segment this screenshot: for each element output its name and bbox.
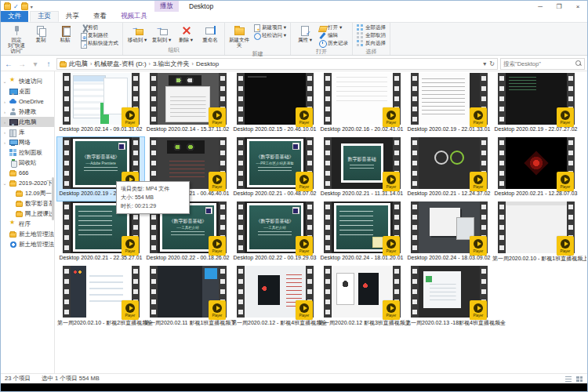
tab-1[interactable]: 主页 xyxy=(30,11,59,22)
sidebar-item-2[interactable]: ›OneDrive xyxy=(1,96,54,107)
ribbon-button-edit[interactable]: 编辑 xyxy=(318,32,350,39)
file-item-15[interactable]: PlayerDesktop 2020.02.24 - 18.01.20.01 xyxy=(318,201,405,265)
player-badge[interactable]: Player xyxy=(383,300,400,320)
sidebar-item-1[interactable]: 桌面 xyxy=(1,86,54,96)
new-folder-qat-icon[interactable] xyxy=(21,3,28,10)
refresh-icon[interactable]: ↻ xyxy=(489,60,495,67)
tab-2[interactable]: 共享 xyxy=(59,11,86,22)
maximize-button[interactable]: ❐ xyxy=(550,1,568,12)
file-item-11[interactable]: PlayerDesktop 2020.02.21 - 12.28.07.03 xyxy=(492,137,579,201)
breadcrumb-segment-0[interactable]: 此电脑 xyxy=(69,60,88,68)
player-badge[interactable]: Player xyxy=(296,172,313,191)
player-badge[interactable]: Player xyxy=(209,172,226,191)
expand-chevron-icon[interactable]: › xyxy=(2,140,7,145)
file-item-4[interactable]: PlayerDesktop 2020.02.19 - 22.01.33.01 xyxy=(405,73,492,136)
player-badge[interactable]: Player xyxy=(122,107,139,127)
sidebar-item-13[interactable]: 网上授课过程存留 xyxy=(1,209,54,219)
ribbon-button-selall[interactable]: 全部选择 xyxy=(355,24,387,31)
ribbon-button-newitem[interactable]: 新建项目 ▾ xyxy=(252,24,288,31)
ribbon-button-open[interactable]: 打开 ▾ xyxy=(318,24,350,31)
ribbon-button-props[interactable]: 属性 ▾ xyxy=(293,24,317,44)
expand-chevron-icon[interactable]: › xyxy=(2,120,7,125)
file-item-18[interactable]: Player第一周2020.02.10 - 影视2班直播视频全 xyxy=(57,266,144,329)
file-item-3[interactable]: PlayerDesktop 2020.02.16 - 20.02.41.01 xyxy=(318,73,405,136)
player-badge[interactable]: Player xyxy=(209,107,226,127)
file-item-2[interactable]: PlayerDesktop 2020.02.15 - 20.46.10.01 xyxy=(231,73,318,136)
ribbon-button-pin[interactable]: 固定到"快速访问" xyxy=(5,24,28,55)
player-badge[interactable]: Player xyxy=(557,172,574,191)
thumbnail-view-icon[interactable] xyxy=(575,376,583,383)
ribbon-button-paste[interactable]: 粘贴 xyxy=(53,24,77,44)
sidebar-item-16[interactable]: 新土地管理法 (2) xyxy=(1,239,54,249)
breadcrumb-segment-3[interactable]: Desktop xyxy=(196,60,219,67)
close-button[interactable]: × xyxy=(568,1,587,12)
player-badge[interactable]: Player xyxy=(383,172,400,191)
ribbon-button-history[interactable]: 历史记录 xyxy=(318,40,350,47)
player-badge[interactable]: Player xyxy=(383,236,400,256)
search-box[interactable] xyxy=(500,58,585,70)
tab-4[interactable]: 视频工具 xyxy=(114,11,154,22)
breadcrumb-segment-2[interactable]: 3.输出文件夹 xyxy=(153,60,190,68)
file-item-17[interactable]: Player第一周2020.02.10 - 影视1班直播视频上 xyxy=(492,201,579,265)
sidebar-item-8[interactable]: 回收站 xyxy=(1,158,54,168)
sidebar-item-4[interactable]: ›此电脑 xyxy=(1,117,54,127)
breadcrumb-segment-1[interactable]: 机械硬盘-资料 (D:) xyxy=(94,60,146,68)
file-item-19[interactable]: Player第一周2020.02.11 影视1班直播视频下 xyxy=(144,266,231,329)
ribbon-button-selnone[interactable]: 全部取消 xyxy=(355,32,387,39)
sidebar-item-6[interactable]: ›网络 xyxy=(1,137,54,147)
sidebar-item-5[interactable]: ›库 xyxy=(1,127,54,137)
player-badge[interactable]: Player xyxy=(470,236,487,256)
file-item-0[interactable]: PlayerDesktop 2020.02.14 - 09.01.31.02 xyxy=(57,73,144,136)
expand-chevron-icon[interactable]: ⌄ xyxy=(2,78,7,84)
sidebar-item-10[interactable]: ⌄2019-2020下学期随 xyxy=(1,178,54,188)
file-item-10[interactable]: PlayerDesktop 2020.02.21 - 12.24.37.02 xyxy=(405,137,492,201)
tab-0[interactable]: 文件 xyxy=(1,11,28,22)
up-button[interactable]: ↑ xyxy=(43,60,54,68)
player-badge[interactable]: Player xyxy=(557,236,574,256)
back-button[interactable]: ← xyxy=(3,60,14,68)
expand-chevron-icon[interactable]: › xyxy=(2,130,7,135)
sidebar-item-3[interactable]: ›孙建政 xyxy=(1,107,54,117)
address-field[interactable]: 此电脑›机械硬盘-资料 (D:)›3.输出文件夹›Desktop ▾ ↻ xyxy=(56,58,498,70)
ribbon-button-delete[interactable]: 删除 ▾ xyxy=(174,24,198,44)
qat-caret-icon[interactable]: ▾ xyxy=(31,4,33,9)
search-input[interactable] xyxy=(503,60,575,67)
file-item-1[interactable]: PlayerDesktop 2020.02.14 - 15.37.11.02 xyxy=(144,73,231,136)
ribbon-button-selinv[interactable]: 反向选择 xyxy=(355,40,387,47)
player-badge[interactable]: Player xyxy=(209,300,226,320)
player-badge[interactable]: Player xyxy=(296,236,313,256)
file-item-9[interactable]: 数字影音基础PlayerDesktop 2020.02.21 - 11.31.1… xyxy=(318,137,405,201)
file-item-8[interactable]: 《数字影音基础》----PR工作区介绍及调整PlayerDesktop 2020… xyxy=(231,137,318,201)
expand-chevron-icon[interactable]: ⌄ xyxy=(2,180,7,186)
player-badge[interactable]: Player xyxy=(122,236,139,256)
ribbon-button-cut[interactable]: 剪切 xyxy=(78,24,120,31)
ribbon-button-moveto[interactable]: 移动到 ▾ xyxy=(125,24,149,44)
properties-qat-icon[interactable]: ✓ xyxy=(13,3,19,10)
ribbon-button-copyto[interactable]: 复制到 ▾ xyxy=(150,24,173,44)
player-badge[interactable]: Player xyxy=(383,107,400,127)
tab-3[interactable]: 查看 xyxy=(86,11,114,22)
player-badge[interactable]: Player xyxy=(470,107,487,127)
address-dropdown-icon[interactable]: ▾ xyxy=(483,60,486,67)
sidebar-item-0[interactable]: ⌄快速访问 xyxy=(1,76,54,86)
file-item-21[interactable]: Player第一周2020.02.12 影视3班直播视频上 xyxy=(318,266,405,329)
file-item-16[interactable]: PlayerDesktop 2020.02.24 - 18.03.09.02 xyxy=(405,201,492,265)
sidebar-item-14[interactable]: 程序 xyxy=(1,219,54,229)
file-item-14[interactable]: 《数字影音基础》----工具栏介绍PlayerDesktop 2020.02.2… xyxy=(231,201,318,265)
ribbon-button-shortcut[interactable]: 粘贴快捷方式 xyxy=(78,40,120,47)
minimize-button[interactable]: ─ xyxy=(531,1,550,12)
player-badge[interactable]: Player xyxy=(470,172,487,191)
player-badge[interactable]: Player xyxy=(122,300,139,320)
sidebar-item-15[interactable]: 新土地管理法 xyxy=(1,229,54,239)
file-item-22[interactable]: Player第一周2020.02.13 -18影视4班直播视频全 xyxy=(405,266,492,329)
player-badge[interactable]: Player xyxy=(470,300,487,320)
expand-chevron-icon[interactable]: › xyxy=(2,110,7,114)
sidebar-item-7[interactable]: 控制面板 xyxy=(1,147,54,158)
forward-button[interactable]: → xyxy=(16,60,27,68)
file-item-20[interactable]: Player第一周2020.02.12 - 影视4班直播视频全 xyxy=(231,266,318,329)
ribbon-button-easy[interactable]: 轻松访问 ▾ xyxy=(252,32,288,39)
recent-locations-icon[interactable]: ▾ xyxy=(30,60,41,68)
sidebar-item-9[interactable]: 666 xyxy=(1,168,54,178)
ribbon-button-rename[interactable]: 重命名 xyxy=(198,24,222,44)
ribbon-button-copy[interactable]: 复制 xyxy=(29,24,53,44)
